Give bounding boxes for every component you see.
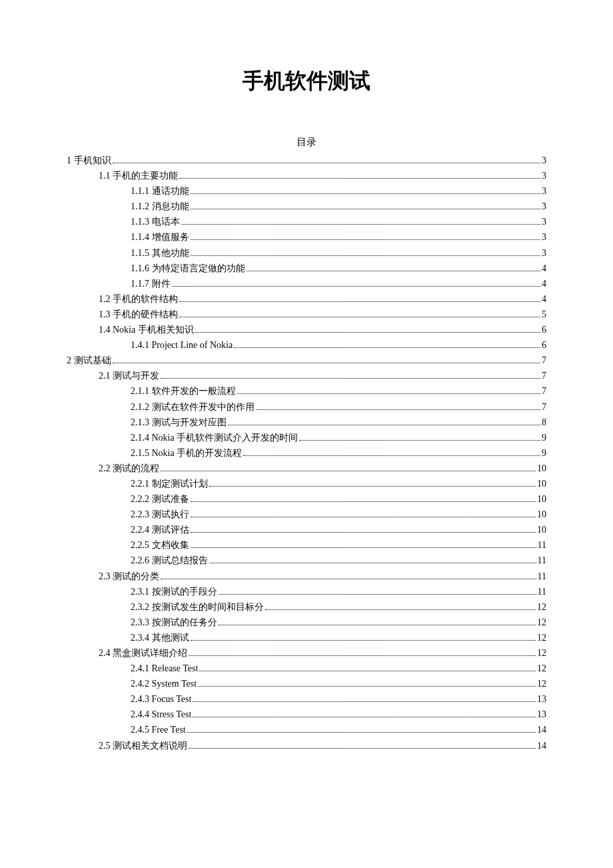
toc-entry: 2.2.5 文档收集11 <box>67 537 546 553</box>
toc-entry-label: 2.3.3 按测试的任务分 <box>131 615 217 630</box>
toc-entry: 2.1.2 测试在软件开发中的作用7 <box>67 399 546 415</box>
toc-entry: 2.1.1 软件开发的一般流程7 <box>67 383 546 399</box>
toc-leader-dots <box>193 701 536 702</box>
toc-entry-label: 2.4.1 Release Test <box>131 661 198 676</box>
toc-entry: 1.3 手机的硬件结构5 <box>67 307 546 322</box>
toc-leader-dots <box>195 332 540 333</box>
toc-entry-label: 2.1.4 Nokia 手机软件测试介入开发的时间 <box>131 430 298 445</box>
toc-entry-label: 1.1.1 通话功能 <box>131 183 189 199</box>
toc-entry: 2.1.5 Nokia 手机的开发流程9 <box>67 445 546 461</box>
toc-entry-label: 1.4 Nokia 手机相关知识 <box>99 322 194 337</box>
toc-entry-label: 2.3 测试的分类 <box>99 569 159 584</box>
toc-leader-dots <box>265 609 536 610</box>
toc-leader-dots <box>161 471 536 471</box>
toc-entry-page: 4 <box>542 276 546 291</box>
toc-entry: 1.4 Nokia 手机相关知识6 <box>67 322 546 337</box>
toc-entry-label: 1.2 手机的软件结构 <box>99 291 178 307</box>
toc-entry-page: 6 <box>542 322 546 337</box>
toc-heading: 目录 <box>67 136 546 149</box>
toc-entry-label: 2.1.1 软件开发的一般流程 <box>131 383 236 399</box>
toc-entry-label: 2.4.3 Focus Test <box>131 691 191 707</box>
toc-entry-label: 1.1.7 附件 <box>131 276 171 291</box>
toc-entry: 2.1 测试与开发7 <box>67 368 546 383</box>
toc-leader-dots <box>299 440 540 441</box>
toc-entry: 2.4.5 Free Test14 <box>67 722 546 737</box>
toc-entry: 1.1 手机的主要功能3 <box>67 168 546 183</box>
toc-entry: 1.4.1 Project Line of Nokia6 <box>67 337 546 353</box>
toc-leader-dots <box>191 547 536 548</box>
toc-leader-dots <box>219 625 536 625</box>
toc-entry-page: 5 <box>542 307 546 322</box>
toc-entry-label: 1.1.5 其他功能 <box>131 245 189 261</box>
toc-leader-dots <box>198 686 536 687</box>
toc-leader-dots <box>172 286 541 287</box>
toc-entry-label: 1.1.4 增值服务 <box>131 229 189 245</box>
toc-entry-label: 2.2.4 测试评估 <box>131 522 189 537</box>
toc-entry-label: 2 测试基础 <box>67 353 111 368</box>
toc-entry-label: 2.5 测试相关文档说明 <box>99 738 187 753</box>
toc-leader-dots <box>243 455 540 456</box>
toc-entry-page: 6 <box>542 337 546 353</box>
toc-leader-dots <box>113 363 541 363</box>
toc-leader-dots <box>181 224 541 225</box>
toc-entry-label: 2.1 测试与开发 <box>99 368 159 383</box>
toc-leader-dots <box>199 671 536 671</box>
toc-leader-dots <box>161 579 536 579</box>
toc-entry: 1 手机知识3 <box>67 153 546 168</box>
toc-leader-dots <box>179 317 540 317</box>
toc-leader-dots <box>191 640 536 641</box>
toc-entry-label: 2.2.2 测试准备 <box>131 491 189 507</box>
document-title: 手机软件测试 <box>67 67 546 96</box>
toc-entry: 2.3.4 其他测试12 <box>67 630 546 645</box>
toc-entry-page: 3 <box>542 153 546 168</box>
toc-entry-page: 9 <box>542 430 546 445</box>
toc-entry-page: 10 <box>537 522 546 537</box>
toc-entry-page: 10 <box>537 476 546 491</box>
toc-entry: 2.4.3 Focus Test13 <box>67 691 546 707</box>
toc-entry-page: 11 <box>538 553 546 568</box>
toc-entry-label: 2.2.5 文档收集 <box>131 537 189 553</box>
toc-entry-page: 10 <box>537 461 546 476</box>
table-of-contents: 1 手机知识31.1 手机的主要功能31.1.1 通话功能31.1.2 消息功能… <box>67 153 546 753</box>
toc-entry: 1.1.6 为特定语言定做的功能4 <box>67 261 546 276</box>
toc-entry-page: 11 <box>538 537 546 553</box>
toc-entry: 2.1.3 测试与开发对应图8 <box>67 415 546 430</box>
toc-leader-dots <box>191 209 541 209</box>
toc-leader-dots <box>187 732 536 733</box>
toc-leader-dots <box>234 347 540 348</box>
toc-entry-page: 11 <box>538 584 546 599</box>
toc-entry: 2.2.4 测试评估10 <box>67 522 546 537</box>
toc-entry-label: 1.4.1 Project Line of Nokia <box>131 337 233 353</box>
toc-entry-label: 2.3.2 按测试发生的时间和目标分 <box>131 599 264 615</box>
toc-entry-page: 12 <box>537 615 546 630</box>
toc-entry: 1.1.5 其他功能3 <box>67 245 546 261</box>
toc-leader-dots <box>209 486 536 487</box>
toc-entry: 2.1.4 Nokia 手机软件测试介入开发的时间9 <box>67 430 546 445</box>
toc-entry-page: 12 <box>537 599 546 615</box>
toc-entry-page: 12 <box>537 661 546 676</box>
toc-entry-label: 2.3.4 其他测试 <box>131 630 189 645</box>
toc-entry-label: 1.1.6 为特定语言定做的功能 <box>131 261 245 276</box>
toc-entry-page: 3 <box>542 214 546 229</box>
toc-leader-dots <box>191 517 536 517</box>
toc-entry-label: 2.2 测试的流程 <box>99 461 159 476</box>
toc-entry-page: 13 <box>537 691 546 707</box>
toc-entry-label: 2.4.5 Free Test <box>131 722 186 737</box>
toc-entry-page: 3 <box>542 168 546 183</box>
toc-entry: 2.3.2 按测试发生的时间和目标分12 <box>67 599 546 615</box>
toc-leader-dots <box>191 501 536 502</box>
toc-entry-page: 12 <box>537 630 546 645</box>
toc-entry-page: 3 <box>542 229 546 245</box>
toc-entry: 1.2 手机的软件结构4 <box>67 291 546 307</box>
toc-leader-dots <box>189 655 536 656</box>
toc-leader-dots <box>193 717 536 717</box>
toc-entry: 1.1.3 电话本3 <box>67 214 546 229</box>
toc-leader-dots <box>247 271 541 271</box>
toc-entry: 2.5 测试相关文档说明14 <box>67 738 546 753</box>
toc-entry-page: 13 <box>537 707 546 722</box>
toc-entry-label: 1 手机知识 <box>67 153 111 168</box>
toc-entry-label: 1.1.3 电话本 <box>131 214 180 229</box>
toc-entry-label: 2.3.1 按测试的手段分 <box>131 584 217 599</box>
toc-leader-dots <box>161 378 540 379</box>
toc-leader-dots <box>228 425 541 425</box>
